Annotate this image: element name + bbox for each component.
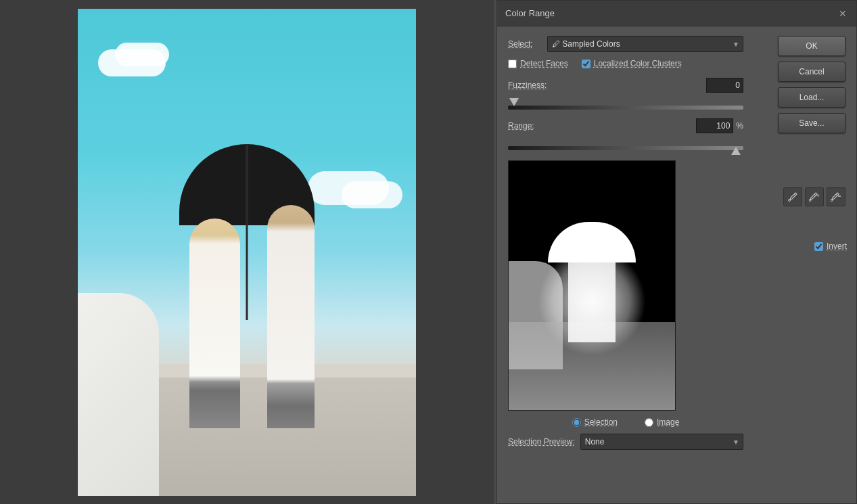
invert-label[interactable]: Invert	[827, 242, 847, 251]
detect-faces-checkbox[interactable]	[508, 60, 517, 68]
detect-faces-item: Detect Faces	[508, 59, 568, 68]
add-sample-eyedropper-button[interactable]: +	[805, 187, 824, 206]
umbrella-handle	[246, 212, 248, 320]
dialog-left-panel: Select: 🖊 Sampled Colors Reds Yellows Gr…	[497, 26, 754, 459]
dialog-titlebar: Color Range ✕	[497, 1, 856, 26]
select-row: Select: 🖊 Sampled Colors Reds Yellows Gr…	[508, 36, 743, 52]
wall-left	[78, 293, 159, 496]
svg-point-6	[831, 200, 833, 202]
range-thumb[interactable]	[731, 147, 741, 155]
cloud-2	[115, 43, 169, 66]
selection-preview-row: Selection Preview: None Grayscale Black …	[508, 434, 743, 450]
select-label: Select:	[508, 39, 542, 49]
person-1	[189, 219, 240, 428]
preview-area	[508, 160, 676, 411]
selection-radio-label[interactable]: Selection	[584, 417, 618, 427]
svg-text:+: +	[816, 193, 820, 199]
selection-radio[interactable]	[572, 418, 581, 427]
fuzziness-track	[508, 106, 743, 110]
range-row: Range: %	[508, 118, 743, 133]
selection-preview-dropdown[interactable]: None Grayscale Black Matte White Matte Q…	[580, 434, 743, 450]
close-button[interactable]: ✕	[837, 8, 848, 19]
cancel-button[interactable]: Cancel	[778, 62, 846, 82]
localized-clusters-checkbox[interactable]	[582, 60, 590, 68]
photo-background	[78, 9, 416, 496]
dialog-right-panel: OK Cancel Load... Save...	[762, 26, 856, 216]
photo-container	[78, 9, 416, 496]
subtract-sample-eyedropper-button[interactable]	[827, 187, 846, 206]
person-2	[267, 205, 315, 428]
load-button[interactable]: Load...	[778, 87, 846, 108]
fuzziness-input[interactable]	[706, 78, 743, 93]
localized-clusters-label[interactable]: Localized Color Clusters	[594, 59, 682, 68]
svg-point-3	[809, 200, 811, 202]
cloud-4	[342, 181, 402, 208]
image-radio-item: Image	[645, 417, 679, 427]
image-radio-label[interactable]: Image	[657, 417, 679, 427]
range-unit: %	[736, 121, 743, 131]
eyedropper-tools: +	[783, 187, 846, 206]
fuzziness-thumb[interactable]	[509, 98, 519, 106]
invert-checkbox[interactable]	[814, 242, 823, 251]
save-button[interactable]: Save...	[778, 113, 846, 133]
sample-eyedropper-button[interactable]	[783, 187, 802, 206]
invert-row: Invert	[814, 242, 847, 251]
svg-line-0	[794, 194, 795, 196]
ok-button[interactable]: OK	[778, 36, 846, 56]
dialog-title: Color Range	[505, 8, 555, 18]
canvas-area	[0, 0, 494, 504]
fuzziness-slider[interactable]	[508, 98, 743, 114]
select-wrapper: 🖊 Sampled Colors Reds Yellows Greens Cya…	[547, 36, 743, 52]
preview-figure-body	[568, 234, 616, 342]
color-range-dialog: Color Range ✕ Select: 🖊 Sampled Colors R…	[496, 0, 857, 504]
selection-preview-label: Selection Preview:	[508, 437, 575, 446]
fuzziness-label: Fuzziness:	[508, 81, 562, 90]
preview-figures	[558, 221, 626, 342]
svg-point-1	[789, 200, 791, 202]
select-dropdown[interactable]: 🖊 Sampled Colors Reds Yellows Greens Cya…	[547, 36, 743, 52]
range-track	[508, 146, 743, 150]
localized-clusters-item: Localized Color Clusters	[582, 59, 682, 68]
preview-inner	[509, 161, 675, 410]
range-input[interactable]	[696, 118, 733, 133]
detect-faces-label[interactable]: Detect Faces	[520, 59, 568, 68]
image-radio[interactable]	[645, 418, 653, 427]
selection-radio-item: Selection	[572, 417, 618, 427]
range-label: Range:	[508, 121, 562, 131]
selection-preview-wrapper: None Grayscale Black Matte White Matte Q…	[580, 434, 743, 450]
range-slider[interactable]	[508, 139, 743, 155]
checkboxes-row: Detect Faces Localized Color Clusters	[508, 59, 743, 68]
svg-line-5	[836, 194, 837, 196]
radio-row: Selection Image	[508, 417, 743, 427]
figures-group	[172, 144, 321, 428]
fuzziness-row: Fuzziness:	[508, 78, 743, 93]
buttons-group: OK Cancel Load... Save...	[778, 36, 846, 133]
svg-line-2	[814, 194, 816, 196]
